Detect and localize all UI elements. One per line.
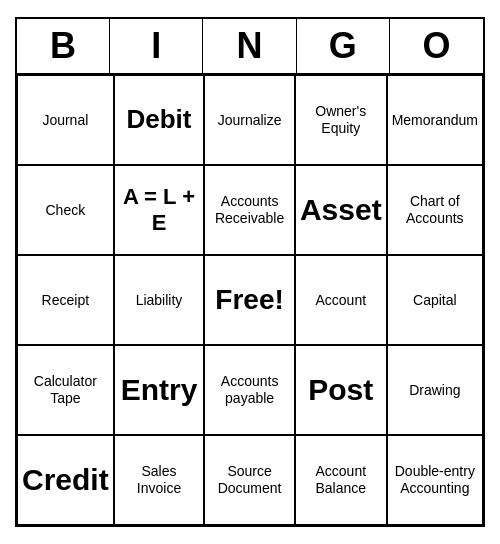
bingo-cell-21: Sales Invoice bbox=[114, 435, 205, 525]
bingo-cell-3: Owner's Equity bbox=[295, 75, 387, 165]
bingo-cell-7: Accounts Receivable bbox=[204, 165, 295, 255]
bingo-cell-9: Chart of Accounts bbox=[387, 165, 483, 255]
header-letter-n: N bbox=[203, 19, 296, 73]
bingo-cell-2: Journalize bbox=[204, 75, 295, 165]
bingo-header: BINGO bbox=[17, 19, 483, 75]
bingo-cell-22: Source Document bbox=[204, 435, 295, 525]
bingo-cell-24: Double-entry Accounting bbox=[387, 435, 483, 525]
bingo-cell-8: Asset bbox=[295, 165, 387, 255]
bingo-card: BINGO JournalDebitJournalizeOwner's Equi… bbox=[15, 17, 485, 527]
header-letter-g: G bbox=[297, 19, 390, 73]
header-letter-b: B bbox=[17, 19, 110, 73]
bingo-cell-10: Receipt bbox=[17, 255, 114, 345]
bingo-cell-15: Calculator Tape bbox=[17, 345, 114, 435]
bingo-cell-4: Memorandum bbox=[387, 75, 483, 165]
bingo-cell-18: Post bbox=[295, 345, 387, 435]
bingo-cell-5: Check bbox=[17, 165, 114, 255]
bingo-grid: JournalDebitJournalizeOwner's EquityMemo… bbox=[17, 75, 483, 525]
bingo-cell-14: Capital bbox=[387, 255, 483, 345]
bingo-cell-23: Account Balance bbox=[295, 435, 387, 525]
bingo-cell-1: Debit bbox=[114, 75, 205, 165]
bingo-cell-13: Account bbox=[295, 255, 387, 345]
bingo-cell-20: Credit bbox=[17, 435, 114, 525]
header-letter-o: O bbox=[390, 19, 483, 73]
bingo-cell-19: Drawing bbox=[387, 345, 483, 435]
bingo-cell-17: Accounts payable bbox=[204, 345, 295, 435]
bingo-cell-12: Free! bbox=[204, 255, 295, 345]
header-letter-i: I bbox=[110, 19, 203, 73]
bingo-cell-6: A = L + E bbox=[114, 165, 205, 255]
bingo-cell-16: Entry bbox=[114, 345, 205, 435]
bingo-cell-11: Liability bbox=[114, 255, 205, 345]
bingo-cell-0: Journal bbox=[17, 75, 114, 165]
